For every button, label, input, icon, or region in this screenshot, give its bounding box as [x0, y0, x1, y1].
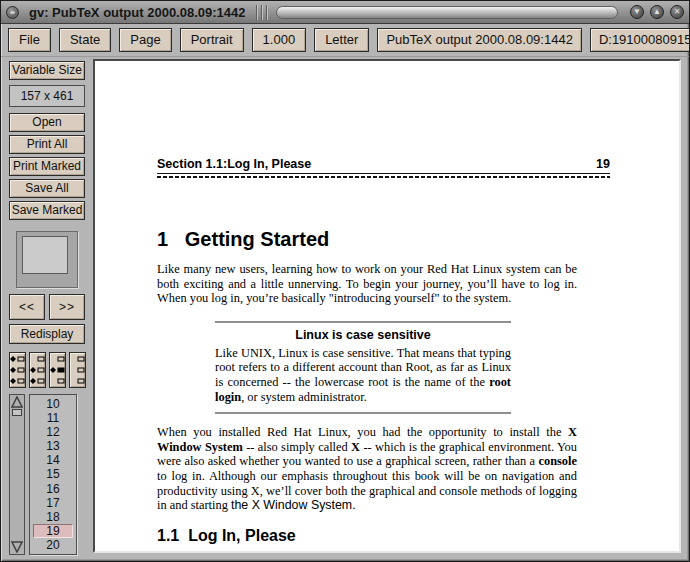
- prev-page-button[interactable]: <<: [9, 294, 45, 320]
- mark-current-page-icon[interactable]: [49, 352, 66, 388]
- window-title: gv: PubTeX output 2000.08.09:1442: [25, 5, 250, 20]
- note-body: Like UNIX, Linux is case sensitive. That…: [215, 346, 511, 404]
- note-rule-top: [215, 321, 511, 323]
- window-menu-icon[interactable]: [6, 6, 19, 19]
- unmark-all-pages-icon[interactable]: [69, 352, 86, 388]
- gv-window: gv: PubTeX output 2000.08.09:1442 ▼ ▲ ✕ …: [0, 0, 690, 562]
- page-list-item[interactable]: 18: [33, 510, 73, 524]
- note-title: Linux is case sensitive: [215, 328, 511, 342]
- sidebar: Variable Size 157 x 461 Open Print All P…: [1, 57, 91, 561]
- header-rule-solid: [157, 173, 610, 174]
- header-rule-dashed: [157, 176, 610, 178]
- document-viewport: Section 1.1:Log In, Please 19 1 Getting …: [93, 59, 681, 553]
- file-menu-button[interactable]: File: [8, 28, 51, 52]
- paragraph-2: When you installed Red Hat Linux, you ha…: [157, 425, 577, 513]
- running-header-title: Section 1.1:Log In, Please: [157, 157, 311, 171]
- print-all-button[interactable]: Print All: [9, 135, 85, 154]
- media-button[interactable]: Letter: [314, 28, 369, 52]
- page-canvas[interactable]: Section 1.1:Log In, Please 19 1 Getting …: [95, 61, 679, 551]
- page-list-item-current[interactable]: 19: [33, 524, 73, 538]
- scrollbar-thumb[interactable]: [12, 409, 22, 416]
- orientation-button[interactable]: Portrait: [180, 28, 244, 52]
- page-list-item[interactable]: 20: [33, 538, 73, 552]
- variable-size-button[interactable]: Variable Size: [9, 61, 85, 80]
- section-heading: 1.1 Log In, Please: [157, 527, 577, 545]
- note-rule-bottom: [215, 412, 511, 414]
- page-list[interactable]: 1011121314151617181920: [29, 394, 77, 555]
- paragraph-1: Like many new users, learning how to wor…: [157, 262, 577, 306]
- pan-locator-view-rect[interactable]: [22, 236, 68, 274]
- document-title-button[interactable]: PubTeX output 2000.08.09:1442: [377, 28, 582, 52]
- page-list-item[interactable]: 16: [33, 482, 73, 496]
- page-list-item[interactable]: 10: [33, 397, 73, 411]
- page-size-display: 157 x 461: [9, 85, 85, 107]
- page-list-item[interactable]: 14: [33, 453, 73, 467]
- running-header-pagenum: 19: [596, 157, 610, 171]
- titlebar-drag-handle[interactable]: [276, 6, 619, 19]
- page-list-item[interactable]: 11: [33, 411, 73, 425]
- minimize-icon[interactable]: ▼: [630, 5, 644, 19]
- scale-button[interactable]: 1.000: [252, 28, 307, 52]
- toolbar: File State Page Portrait 1.000 Letter Pu…: [1, 24, 689, 57]
- page-list-item[interactable]: 13: [33, 439, 73, 453]
- redisplay-button[interactable]: Redisplay: [9, 324, 85, 344]
- save-all-button[interactable]: Save All: [9, 179, 85, 198]
- state-menu-button[interactable]: State: [59, 28, 111, 52]
- running-header: Section 1.1:Log In, Please 19: [157, 157, 610, 173]
- pan-locator[interactable]: [16, 231, 78, 288]
- scroll-down-icon[interactable]: [11, 541, 23, 553]
- maximize-icon[interactable]: ▲: [650, 5, 664, 19]
- open-button[interactable]: Open: [9, 113, 85, 132]
- titlebar-ridges-icon: [256, 5, 270, 20]
- mark-buttons: [9, 352, 87, 388]
- page-menu-button[interactable]: Page: [119, 28, 171, 52]
- print-marked-button[interactable]: Print Marked: [9, 157, 85, 176]
- save-marked-button[interactable]: Save Marked: [9, 201, 85, 220]
- titlebar[interactable]: gv: PubTeX output 2000.08.09:1442 ▼ ▲ ✕: [1, 1, 689, 24]
- page-list-item[interactable]: 17: [33, 496, 73, 510]
- page-list-scrollbar[interactable]: [9, 394, 25, 555]
- scroll-up-icon[interactable]: [11, 396, 23, 408]
- page-list-item[interactable]: 12: [33, 425, 73, 439]
- mark-all-pages-icon[interactable]: [9, 352, 26, 388]
- next-page-button[interactable]: >>: [49, 294, 85, 320]
- mark-following-pages-icon[interactable]: [29, 352, 46, 388]
- note-box: Linux is case sensitive Like UNIX, Linux…: [215, 321, 511, 414]
- close-icon[interactable]: ✕: [670, 5, 684, 19]
- document-date-button[interactable]: D:191000809150353: [590, 28, 690, 52]
- chapter-heading: 1 Getting Started: [157, 228, 610, 251]
- page-list-item[interactable]: 15: [33, 467, 73, 481]
